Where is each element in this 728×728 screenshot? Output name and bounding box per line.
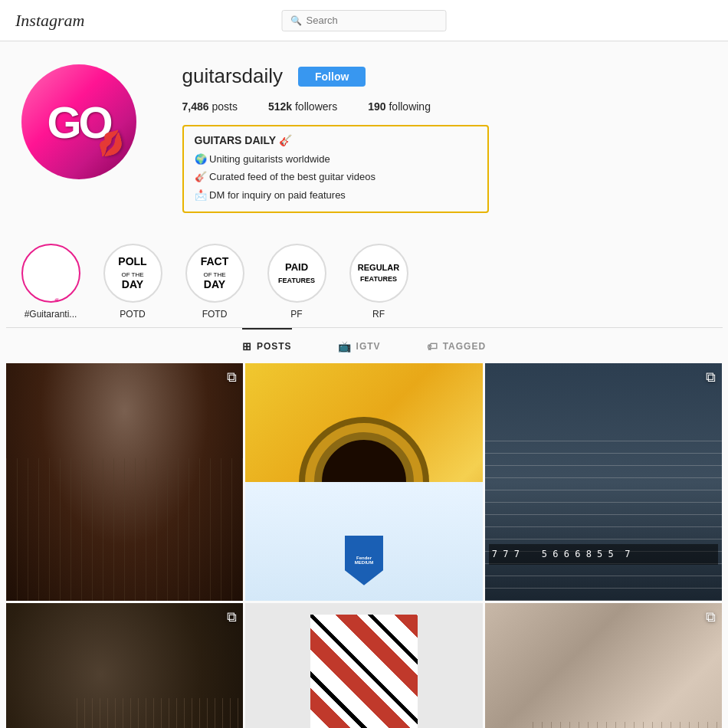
highlight-circle-fotd: FACTOF THEDAY — [185, 244, 244, 303]
highlight-circle-rf: REGULARFEATURES — [349, 244, 408, 303]
post-3-strings — [485, 435, 723, 601]
profile-top-row: guitarsdaily Follow — [182, 64, 707, 88]
highlight-circle-potd: POLLOF THEDAY — [103, 244, 162, 303]
bio-text-1: 🌍 Uniting guitarists worldwide — [195, 150, 330, 168]
profile-info: guitarsdaily Follow 7,486 posts 512k fol… — [182, 64, 707, 213]
search-bar[interactable]: 🔍 — [282, 10, 447, 31]
follow-button[interactable]: Follow — [298, 67, 366, 87]
highlight-potd[interactable]: POLLOF THEDAY POTD — [103, 244, 162, 320]
tab-tagged-label: TAGGED — [443, 341, 486, 352]
highlight-guitarantine[interactable]: #guitarantine #Guitaranti... — [21, 244, 80, 320]
posts-label: posts — [212, 100, 237, 113]
highlights-section: #guitarantine #Guitaranti... POLLOF THED… — [6, 228, 723, 327]
avatar-lips-emoji: 💋 — [94, 129, 123, 159]
posts-grid: ⧉ FenderMEDIUM 7 7 7 5 6 6 6 8 5 5 7 ⧉ ⧉ — [6, 363, 723, 728]
multi-photo-icon-3: ⧉ — [706, 369, 716, 385]
bio-box: GUITARS DAILY 🎸 🌍 Uniting guitarists wor… — [182, 125, 489, 213]
bio-line-1: 🌍 Uniting guitarists worldwide — [195, 150, 477, 168]
tabs-section: ⊞ POSTS 📺 IGTV 🏷 TAGGED — [6, 327, 723, 363]
multi-photo-icon-6: ⧉ — [706, 609, 716, 625]
highlight-icon-guitarantine: #guitarantine — [54, 297, 80, 303]
posts-stat: 7,486 posts — [182, 100, 238, 113]
highlight-label-pf: PF — [290, 309, 302, 320]
highlight-circle-guitarantine: #guitarantine — [21, 244, 80, 303]
highlight-icon-pf: PAIDFEATURES — [278, 261, 315, 285]
bio-title: GUITARS DAILY 🎸 — [195, 134, 477, 146]
post-5[interactable] — [245, 603, 483, 728]
post-3-tab-text: 7 7 7 5 6 6 6 8 5 5 7 — [489, 544, 719, 565]
highlight-label-rf: RF — [372, 309, 385, 320]
highlight-icon-fotd: FACTOF THEDAY — [201, 256, 229, 291]
post-1-neck — [6, 458, 244, 601]
highlight-icon-potd: POLLOF THEDAY — [118, 256, 146, 291]
grid-icon: ⊞ — [242, 340, 252, 353]
highlight-fotd[interactable]: FACTOF THEDAY FOTD — [185, 244, 244, 320]
avatar: GO 💋 — [21, 64, 136, 179]
following-count: 190 — [368, 100, 385, 113]
tv-icon: 📺 — [338, 340, 352, 353]
bio-text-3: 📩 DM for inquiry on paid features — [195, 186, 346, 204]
multi-photo-icon-4: ⧉ — [227, 609, 237, 625]
tab-posts[interactable]: ⊞ POSTS — [242, 328, 292, 363]
post-1[interactable]: ⧉ — [6, 363, 244, 601]
highlight-label-potd: POTD — [120, 309, 145, 320]
followers-stat: 512k followers — [268, 100, 337, 113]
posts-count: 7,486 — [182, 100, 209, 113]
highlight-circle-pf: PAIDFEATURES — [267, 244, 326, 303]
highlight-icon-rf: REGULARFEATURES — [358, 263, 399, 283]
following-stat: 190 following — [368, 100, 431, 113]
username: guitarsdaily — [182, 64, 284, 88]
post-5-guitar-body — [310, 615, 418, 728]
profile-section: GO 💋 guitarsdaily Follow 7,486 posts 512… — [6, 41, 723, 228]
tab-igtv[interactable]: 📺 IGTV — [338, 328, 381, 363]
bio-text-2: 🎸 Curated feed of the best guitar videos — [195, 168, 375, 185]
instagram-logo[interactable]: Instagram — [15, 11, 84, 31]
search-icon: 🔍 — [290, 15, 302, 26]
following-label: following — [389, 100, 430, 113]
highlight-label-guitarantine: #Guitaranti... — [25, 309, 77, 320]
highlight-pf[interactable]: PAIDFEATURES PF — [267, 244, 326, 320]
highlight-label-fotd: FOTD — [202, 309, 228, 320]
bio-line-3: 📩 DM for inquiry on paid features — [195, 186, 477, 204]
tab-posts-label: POSTS — [257, 341, 292, 352]
post-3[interactable]: 7 7 7 5 6 6 6 8 5 5 7 ⧉ — [485, 363, 723, 601]
post-4[interactable]: ⧉ — [6, 603, 244, 728]
followers-label: followers — [295, 100, 337, 113]
tab-igtv-label: IGTV — [356, 341, 381, 352]
post-5-stripes — [310, 615, 418, 728]
tab-tagged[interactable]: 🏷 TAGGED — [427, 328, 486, 363]
tag-icon: 🏷 — [427, 340, 438, 353]
highlight-rf[interactable]: REGULARFEATURES RF — [349, 244, 408, 320]
followers-count: 512k — [268, 100, 292, 113]
search-input[interactable] — [307, 15, 438, 26]
post-2[interactable]: FenderMEDIUM — [245, 363, 483, 601]
bio-line-2: 🎸 Curated feed of the best guitar videos — [195, 168, 477, 185]
post-6-guitar — [533, 722, 723, 728]
profile-stats: 7,486 posts 512k followers 190 following — [182, 100, 707, 113]
post-6-bg — [485, 603, 723, 728]
multi-photo-icon-1: ⧉ — [227, 369, 237, 385]
header: Instagram 🔍 — [0, 0, 728, 41]
post-4-neck — [77, 698, 243, 728]
post-2-pick-text: FenderMEDIUM — [355, 556, 373, 566]
post-6[interactable]: ⧉ — [485, 603, 723, 728]
